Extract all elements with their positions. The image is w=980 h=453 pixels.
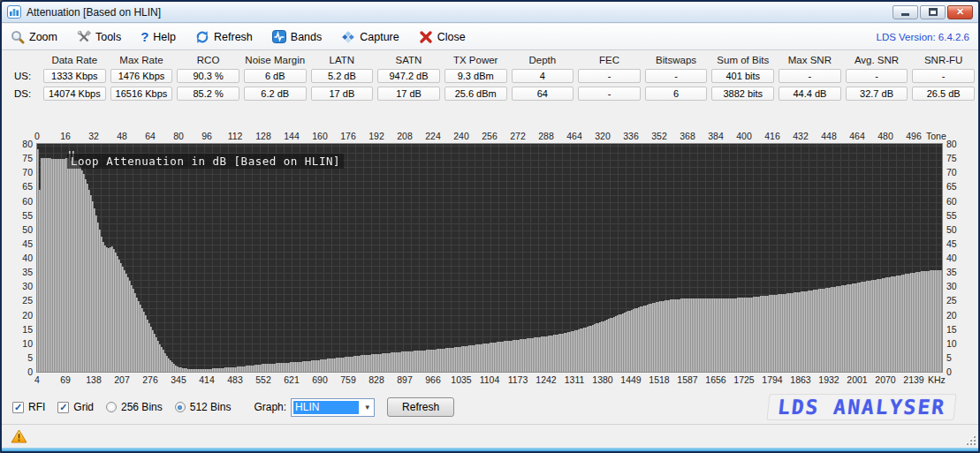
stats-cell-0-7: 4 [512, 69, 574, 83]
toolbar-help-label: Help [153, 31, 176, 43]
stats-col-header-1: Max Rate [110, 55, 173, 65]
stats-cell-1-1: 16516 Kbps [110, 87, 173, 101]
y-tick-right-16: 0 [946, 366, 973, 377]
minimize-button[interactable] [893, 5, 918, 19]
stats-col-header-11: Max SNR [779, 55, 841, 65]
grid-checkbox[interactable]: ✓ Grid [57, 401, 94, 413]
toolbar-zoom-button[interactable]: Zoom [11, 30, 57, 44]
bottom-tick-27: 1863 [787, 374, 814, 385]
y-tick-left-10: 30 [6, 281, 33, 291]
top-axis-unit-label: Tone [926, 131, 946, 141]
toolbar-bands-button[interactable]: Bands [272, 30, 322, 43]
y-tick-left-1: 75 [6, 153, 33, 163]
refresh-button[interactable]: Refresh [387, 397, 454, 417]
bands-icon [272, 30, 286, 43]
zoom-icon [11, 30, 25, 44]
toolbar-capture-button[interactable]: Capture [341, 30, 399, 44]
bottom-tick-30: 2070 [872, 374, 899, 385]
top-tick-30: 480 [872, 131, 899, 141]
close-button[interactable]: ✕ [947, 5, 973, 19]
bins-512-radio[interactable]: 512 Bins [175, 401, 232, 413]
bottom-tick-25: 1725 [731, 374, 757, 385]
toolbar-refresh-button[interactable]: Refresh [195, 30, 253, 44]
top-tick-28: 448 [816, 131, 842, 141]
bottom-tick-20: 1380 [589, 374, 616, 385]
grid-checkbox-box[interactable]: ✓ [57, 402, 69, 413]
rfi-checkbox[interactable]: ✓ RFI [12, 401, 45, 413]
bottom-tick-2: 138 [80, 374, 107, 385]
stats-cell-1-9: 6 [645, 87, 708, 101]
warning-icon [11, 429, 27, 443]
top-tick-20: 320 [589, 131, 616, 141]
top-tick-3: 48 [109, 131, 135, 141]
stats-col-header-9: Bitswaps [645, 55, 708, 65]
y-tick-left-8: 40 [6, 253, 33, 263]
bins-256-radio-circle[interactable] [106, 402, 117, 412]
top-tick-22: 352 [646, 131, 672, 141]
stats-cell-1-5: 17 dB [377, 87, 440, 101]
top-tick-9: 144 [278, 131, 305, 141]
bottom-tick-14: 966 [420, 374, 446, 385]
bottom-tick-18: 1242 [533, 374, 559, 385]
top-tick-10: 160 [307, 131, 333, 141]
bottom-tick-28: 1932 [816, 374, 842, 385]
bins-512-label: 512 Bins [190, 401, 232, 413]
stats-col-header-13: SNR-FU [912, 55, 975, 65]
plot-frame: Loop Attenuation in dB [Based on HLIN] [36, 143, 943, 373]
y-tick-left-9: 35 [6, 267, 33, 277]
maximize-button[interactable] [920, 5, 946, 19]
y-tick-left-11: 25 [6, 295, 33, 306]
top-tick-5: 80 [165, 131, 192, 141]
chevron-down-icon[interactable]: ▼ [361, 404, 374, 411]
version-label: LDS Version: 6.4.2.6 [877, 32, 969, 42]
toolbar-zoom-label: Zoom [29, 31, 57, 43]
top-tick-1: 16 [52, 131, 79, 141]
y-tick-right-7: 45 [946, 238, 973, 249]
bottom-tick-31: 2139 [900, 374, 927, 385]
bottom-tick-23: 1587 [674, 374, 701, 385]
stats-cell-1-8: - [578, 87, 641, 101]
window-title: Attenuation [Based on HLIN] [27, 6, 893, 19]
y-tick-right-8: 40 [946, 253, 973, 263]
rfi-checkbox-box[interactable]: ✓ [12, 402, 24, 413]
graph-select[interactable]: HLIN ▼ [291, 398, 375, 417]
bottom-tick-26: 1794 [759, 374, 786, 385]
bottom-tick-10: 690 [307, 374, 333, 385]
top-tick-24: 384 [703, 131, 729, 141]
y-tick-right-6: 50 [946, 224, 973, 235]
bins-512-radio-circle[interactable] [175, 402, 186, 412]
top-tick-13: 208 [391, 131, 418, 141]
toolbar-help-button[interactable]: ? Help [141, 29, 176, 44]
top-tick-18: 288 [533, 131, 559, 141]
stats-cell-1-4: 17 dB [311, 87, 374, 101]
bottom-tick-11: 759 [335, 374, 361, 385]
y-tick-left-2: 70 [6, 167, 33, 177]
statusbar [2, 424, 978, 448]
stats-cell-0-6: 9.3 dBm [444, 69, 507, 83]
y-tick-left-5: 55 [6, 210, 33, 221]
toolbar-tools-button[interactable]: Tools [77, 30, 121, 44]
bins-256-radio[interactable]: 256 Bins [106, 401, 163, 413]
y-tick-right-11: 25 [946, 295, 973, 306]
bottom-tick-5: 345 [165, 374, 192, 385]
stats-cell-0-10: 401 bits [711, 69, 774, 83]
stats-col-header-3: Noise Margin [244, 55, 307, 65]
bottom-tick-15: 1035 [448, 374, 475, 385]
toolbar-close-button[interactable]: Close [419, 30, 466, 44]
y-tick-left-15: 5 [6, 352, 33, 363]
window-bottom-edge [2, 448, 978, 451]
y-tick-right-9: 35 [946, 267, 973, 277]
stats-cell-1-13: 26.5 dB [912, 87, 975, 101]
chart-region: 0163248648096112128144160176192208224240… [2, 122, 980, 387]
bottom-tick-8: 552 [250, 374, 277, 385]
bins-256-label: 256 Bins [121, 401, 163, 413]
stats-row-label-0: US: [9, 71, 39, 81]
resize-grip[interactable] [965, 434, 976, 445]
close-x-icon [419, 30, 433, 44]
y-tick-right-13: 15 [946, 324, 973, 335]
app-icon [7, 5, 21, 19]
top-tick-16: 256 [476, 131, 503, 141]
stats-col-header-10: Sum of Bits [711, 55, 774, 65]
close-icon: ✕ [956, 7, 964, 17]
stats-cell-0-3: 6 dB [244, 69, 307, 83]
